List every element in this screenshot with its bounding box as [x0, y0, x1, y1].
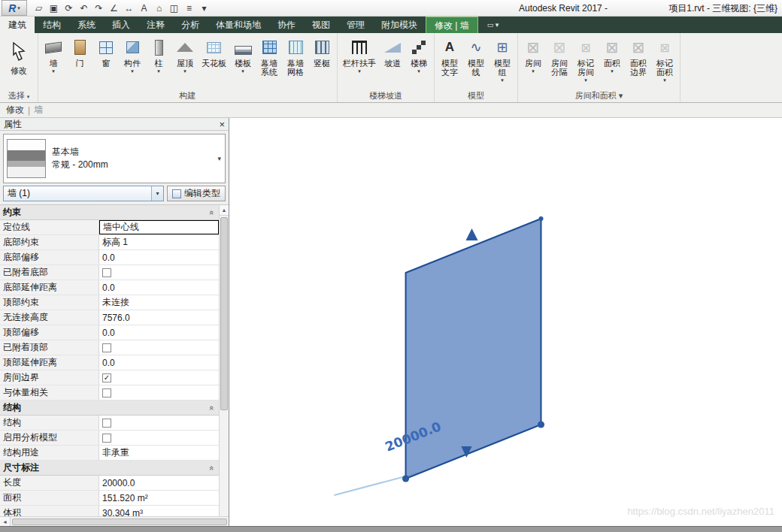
edit-type-button[interactable]: 编辑类型 — [167, 186, 226, 201]
button-面积[interactable]: 面积▾ — [599, 35, 625, 89]
property-value[interactable] — [99, 416, 219, 430]
scrollbar-thumb[interactable] — [220, 217, 228, 410]
property-value[interactable] — [99, 340, 219, 355]
button-墙[interactable]: 墙▾ — [41, 35, 66, 89]
button-幕墙系统[interactable]: 幕墙 系统 — [256, 35, 282, 89]
chevron-down-icon[interactable]: ▾ — [151, 186, 163, 201]
button-门[interactable]: 门 — [67, 35, 92, 89]
close-icon[interactable]: × — [219, 119, 225, 130]
default-3d-view-icon[interactable]: ⌂ — [152, 2, 166, 15]
redo-icon[interactable]: ↷ — [92, 2, 106, 15]
property-value[interactable]: 0.0 — [99, 250, 219, 264]
tab-分析[interactable]: 分析 — [173, 17, 208, 33]
open-icon[interactable]: ▱ — [32, 2, 46, 15]
panel-caption-房间和面积[interactable]: 房间和面积 ▾ — [518, 89, 680, 102]
property-value[interactable]: 墙中心线 — [99, 220, 219, 234]
instance-selector[interactable]: 墙 (1) ▾ — [3, 186, 164, 201]
tab-结构[interactable]: 结构 — [35, 17, 69, 33]
button-天花板[interactable]: 天花板 — [199, 35, 229, 89]
panel-caption-构建[interactable]: 构建 — [38, 89, 337, 102]
tab-注释[interactable]: 注释 — [138, 17, 173, 33]
wall-corner-handle[interactable] — [538, 216, 543, 221]
property-value[interactable] — [99, 265, 219, 280]
property-value[interactable]: 未连接 — [99, 295, 219, 310]
checkbox-unchecked[interactable] — [102, 419, 111, 428]
app-menu-button[interactable]: R ▾ — [2, 0, 27, 16]
button-柱[interactable]: 柱▾ — [146, 35, 171, 89]
property-value[interactable]: 标高 1 — [99, 235, 219, 249]
property-value[interactable]: 20000.0 — [99, 476, 219, 490]
save-icon[interactable]: ▣ — [47, 2, 61, 15]
button-幕墙网格[interactable]: 幕墙 网格 — [283, 35, 308, 89]
tab-插入[interactable]: 插入 — [104, 17, 138, 33]
wall-end-handle[interactable] — [402, 476, 409, 482]
button-模型文字[interactable]: 模型 文字 — [437, 35, 462, 89]
button-楼板[interactable]: 楼板▾ — [230, 35, 256, 89]
button-窗[interactable]: 窗 — [93, 35, 119, 89]
collapse-icon[interactable]: « — [208, 405, 217, 410]
button-坡道[interactable]: 坡道 — [380, 35, 405, 89]
property-group-尺寸标注[interactable]: 尺寸标注« — [0, 461, 219, 476]
wall-end-handle[interactable] — [538, 422, 544, 428]
drawing-area[interactable]: 20000.0 https://blog.csdn.net/liyazhen20… — [229, 118, 782, 526]
tab-体量和场地[interactable]: 体量和场地 — [208, 17, 269, 33]
scroll-left-icon[interactable]: ◄ — [0, 517, 11, 526]
sync-icon[interactable]: ⟳ — [62, 2, 76, 15]
collapse-icon[interactable]: « — [208, 210, 217, 214]
tab-修改 | 墙[interactable]: 修改 | 墙 — [426, 17, 478, 33]
property-group-结构[interactable]: 结构« — [0, 401, 219, 416]
section-icon[interactable]: ◫ — [167, 2, 181, 15]
button-竖梃[interactable]: 竖梃 — [309, 35, 335, 89]
checkbox-checked[interactable] — [102, 373, 111, 382]
text-icon[interactable]: A — [137, 2, 151, 15]
button-构件[interactable]: 构件▾ — [120, 35, 145, 89]
tab-系统[interactable]: 系统 — [69, 17, 104, 33]
property-value[interactable]: 非承重 — [99, 446, 219, 460]
button-模型组[interactable]: 模型 组▾ — [490, 35, 515, 89]
modify-button[interactable]: 修改 — [2, 35, 35, 89]
ribbon-display-toggle[interactable]: ▭ ▾ — [483, 17, 504, 33]
panel-caption-select[interactable]: 选择 ▾ — [0, 89, 38, 102]
property-value[interactable] — [99, 370, 219, 385]
property-value[interactable]: 0.0 — [99, 325, 219, 340]
tab-协作[interactable]: 协作 — [269, 17, 304, 33]
wall-element[interactable] — [406, 219, 541, 479]
button-楼梯[interactable]: 楼梯▾ — [406, 35, 432, 89]
tab-管理[interactable]: 管理 — [338, 17, 373, 33]
property-group-约束[interactable]: 约束« — [0, 205, 219, 220]
checkbox-unchecked[interactable] — [102, 388, 111, 397]
thin-lines-icon[interactable]: ≡ — [182, 2, 196, 15]
aligned-dimension-icon[interactable]: ↔ — [122, 2, 136, 15]
checkbox-unchecked[interactable] — [102, 434, 111, 443]
tab-附加模块[interactable]: 附加模块 — [373, 17, 426, 33]
tab-建筑[interactable]: 建筑 — [0, 17, 35, 33]
property-value[interactable]: 0.0 — [99, 280, 219, 295]
customize-qat-icon[interactable]: ▾ — [197, 2, 211, 15]
button-房间[interactable]: 房间▾ — [520, 35, 546, 89]
panel-caption-模型[interactable]: 模型 — [435, 89, 517, 102]
button-屋顶[interactable]: 屋顶▾ — [172, 35, 198, 89]
collapse-icon[interactable]: « — [208, 465, 217, 470]
button-栏杆扶手[interactable]: 栏杆扶手▾ — [340, 35, 379, 89]
property-value[interactable]: 151.520 m² — [99, 491, 219, 505]
tab-视图[interactable]: 视图 — [304, 17, 338, 33]
property-value[interactable] — [99, 431, 219, 445]
button-标记面积[interactable]: 标记 面积▾ — [652, 35, 677, 89]
property-value[interactable]: 7576.0 — [99, 310, 219, 325]
button-模型线[interactable]: 模型 线 — [463, 35, 489, 89]
properties-scrollbar[interactable]: ▲ — [219, 205, 229, 516]
property-value[interactable]: 30.304 m³ — [99, 506, 219, 516]
property-value[interactable]: 0.0 — [99, 355, 219, 370]
undo-icon[interactable]: ↶ — [77, 2, 91, 15]
measure-icon[interactable]: ∠ — [107, 2, 121, 15]
panel-caption-楼梯坡道[interactable]: 楼梯坡道 — [338, 89, 434, 102]
checkbox-unchecked[interactable] — [102, 343, 111, 352]
type-selector[interactable]: 基本墙 常规 - 200mm ▾ — [3, 134, 226, 183]
properties-hscrollbar[interactable]: ◄ — [0, 516, 229, 526]
hscrollbar-thumb[interactable] — [12, 518, 227, 525]
checkbox-unchecked[interactable] — [102, 268, 111, 277]
property-value[interactable] — [99, 385, 219, 400]
scroll-up-icon[interactable]: ▲ — [220, 205, 229, 216]
button-房间分隔[interactable]: 房间 分隔 — [547, 35, 572, 89]
flip-arrow-up-icon[interactable] — [465, 228, 477, 240]
